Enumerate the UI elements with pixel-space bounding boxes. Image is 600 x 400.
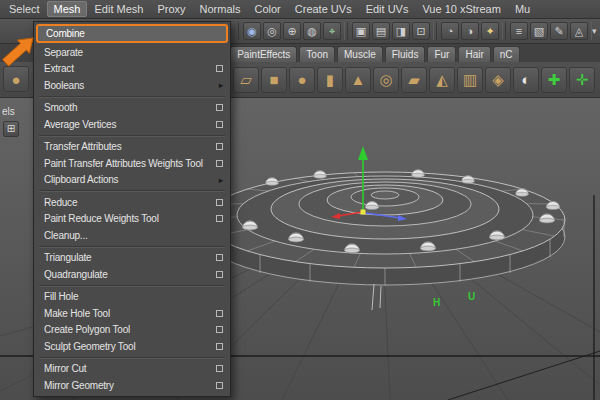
shelf-tab-nc[interactable]: nC — [493, 46, 520, 62]
mesh-menu-item-label: Separate — [44, 47, 83, 58]
menu-mesh[interactable]: Mesh — [47, 1, 88, 17]
mesh-menu-item-reduce[interactable]: Reduce — [34, 194, 230, 211]
option-box-icon[interactable] — [216, 215, 223, 222]
option-box-icon[interactable] — [216, 310, 223, 317]
menu-normals[interactable]: Normals — [193, 1, 248, 17]
construction-history-icon[interactable]: ▤ — [372, 22, 390, 40]
mesh-menu-item-mirror-cut[interactable]: Mirror Cut — [34, 361, 230, 378]
option-box-icon[interactable] — [216, 160, 223, 167]
modeling-toggle-icon[interactable]: ⊡ — [412, 22, 430, 40]
option-box-icon[interactable] — [216, 143, 223, 150]
poly-sphere-icon[interactable]: ● — [289, 67, 315, 93]
tool-settings-icon[interactable]: ◬ — [570, 22, 588, 40]
menu-mu[interactable]: Mu — [508, 1, 537, 17]
option-box-icon[interactable] — [216, 271, 223, 278]
option-box-icon[interactable] — [216, 104, 223, 111]
poly-cylinder-icon[interactable]: ▮ — [317, 67, 343, 93]
mesh-menu-item-create-polygon-tool[interactable]: Create Polygon Tool — [34, 322, 230, 339]
option-box-icon[interactable] — [216, 343, 223, 350]
poly-torus-icon[interactable]: ◎ — [373, 67, 399, 93]
mesh-menu-item-sculpt-geometry-tool[interactable]: Sculpt Geometry Tool — [34, 338, 230, 355]
shelf-tab-muscle[interactable]: Muscle — [337, 46, 383, 62]
mesh-menu-item-fill-hole[interactable]: Fill Hole — [34, 289, 230, 306]
poly-plane-icon[interactable]: ▱ — [233, 67, 259, 93]
menu-vue-10-xstream[interactable]: Vue 10 xStream — [415, 1, 507, 17]
snap-to-view-planes-icon[interactable]: ◍ — [303, 22, 321, 40]
locator-b-icon[interactable]: ✛ — [569, 67, 595, 93]
menu-bar: SelectMeshEdit MeshProxyNormalsColorCrea… — [0, 0, 600, 19]
mesh-menu-item-clipboard-actions[interactable]: Clipboard Actions▸ — [34, 172, 230, 189]
option-box-icon[interactable] — [216, 199, 223, 206]
mesh-menu-item-average-vertices[interactable]: Average Vertices — [34, 116, 230, 133]
mesh-menu-item-combine[interactable]: Combine — [36, 24, 228, 43]
mesh-menu-item-booleans[interactable]: Booleans▸ — [34, 77, 230, 94]
attribute-editor-icon[interactable]: ✎ — [550, 22, 568, 40]
mesh-menu-item-mirror-geometry[interactable]: Mirror Geometry — [34, 377, 230, 394]
snap-to-grids-icon[interactable]: ◉ — [243, 22, 261, 40]
menu-select[interactable]: Select — [2, 1, 47, 17]
shelf-tab-fluids[interactable]: Fluids — [385, 46, 426, 62]
mesh-menu-item-label: Combine — [46, 28, 85, 39]
locator-a-icon[interactable]: ✚ — [541, 67, 567, 93]
mesh-menu-item-make-hole-tool[interactable]: Make Hole Tool — [34, 305, 230, 322]
mesh-menu-item-label: Mirror Geometry — [44, 380, 114, 391]
render-current-frame-icon[interactable]: ◔ — [441, 22, 459, 40]
menu-edit-uvs[interactable]: Edit UVs — [359, 1, 416, 17]
option-box-icon[interactable] — [216, 382, 223, 389]
poly-pipe-icon[interactable]: ▥ — [457, 67, 483, 93]
field-entry-mode-icon[interactable]: ▾ — [592, 26, 597, 36]
mesh-menu-item-label: Cleanup... — [44, 230, 88, 241]
mesh-menu-item-cleanup[interactable]: Cleanup... — [34, 227, 230, 244]
shelf-tab-hair[interactable]: Hair — [458, 46, 490, 62]
mesh-menu-item-triangulate[interactable]: Triangulate — [34, 250, 230, 267]
shelf-tab-fur[interactable]: Fur — [427, 46, 456, 62]
mesh-menu-item-transfer-attributes[interactable]: Transfer Attributes — [34, 139, 230, 156]
mesh-menu-item-quadrangulate[interactable]: Quadrangulate — [34, 266, 230, 283]
shelf-tab-toon[interactable]: Toon — [299, 46, 335, 62]
menu-separator — [39, 190, 225, 192]
snap-to-points-icon[interactable]: ⊕ — [283, 22, 301, 40]
menu-color[interactable]: Color — [247, 1, 287, 17]
snap-to-curves-icon[interactable]: ◎ — [263, 22, 281, 40]
poly-cone-icon[interactable]: ▲ — [345, 67, 371, 93]
input-operations-icon[interactable]: ▣ — [352, 22, 370, 40]
menu-proxy[interactable]: Proxy — [150, 1, 192, 17]
ipr-render-icon[interactable]: ◑ — [461, 22, 479, 40]
axis-label-u: U — [468, 291, 475, 302]
mesh-menu-item-separate[interactable]: Separate — [34, 44, 230, 61]
poly-pyramid-icon[interactable]: ◭ — [429, 67, 455, 93]
option-box-icon[interactable] — [216, 326, 223, 333]
mesh-menu-item-label: Quadrangulate — [44, 269, 108, 280]
make-object-live-icon[interactable]: ⌖ — [323, 22, 341, 40]
poly-prism-icon[interactable]: ▰ — [401, 67, 427, 93]
menu-separator — [39, 357, 225, 359]
checker-sphere-icon[interactable]: ◐ — [513, 67, 539, 93]
option-box-icon[interactable] — [216, 65, 223, 72]
submenu-arrow-icon: ▸ — [219, 80, 223, 90]
mesh-menu-item-label: Clipboard Actions — [44, 174, 118, 185]
mesh-menu-item-paint-reduce-weights-tool[interactable]: Paint Reduce Weights Tool — [34, 211, 230, 228]
poly-platonic-icon[interactable]: ◈ — [485, 67, 511, 93]
annotation-arrow-icon — [0, 24, 38, 70]
option-box-icon[interactable] — [216, 365, 223, 372]
shelf-tab-painteffects[interactable]: PaintEffects — [230, 46, 297, 62]
channel-box-icon[interactable]: ≡ — [510, 22, 528, 40]
menu-separator — [39, 246, 225, 248]
menu-create-uvs[interactable]: Create UVs — [288, 1, 359, 17]
mesh-menu-item-smooth[interactable]: Smooth — [34, 100, 230, 117]
mesh-menu-item-extract[interactable]: Extract — [34, 61, 230, 78]
option-box-icon[interactable] — [216, 121, 223, 128]
render-settings-icon[interactable]: ✦ — [481, 22, 499, 40]
layer-editor-icon[interactable]: ▧ — [530, 22, 548, 40]
submenu-arrow-icon: ▸ — [219, 175, 223, 185]
poly-cube-icon[interactable]: ■ — [261, 67, 287, 93]
menu-edit-mesh[interactable]: Edit Mesh — [87, 1, 150, 17]
mesh-menu-item-label: Smooth — [44, 102, 77, 113]
output-operations-icon[interactable]: ◨ — [392, 22, 410, 40]
axis-label-h: H — [433, 297, 440, 308]
option-box-icon[interactable] — [216, 254, 223, 261]
panel-box-icon[interactable]: ⊞ — [3, 121, 19, 137]
mesh-menu-item-label: Paint Reduce Weights Tool — [44, 213, 159, 224]
manipulator-center-handle[interactable] — [361, 210, 366, 215]
mesh-menu-item-paint-transfer-attributes-weights-tool[interactable]: Paint Transfer Attributes Weights Tool — [34, 155, 230, 172]
